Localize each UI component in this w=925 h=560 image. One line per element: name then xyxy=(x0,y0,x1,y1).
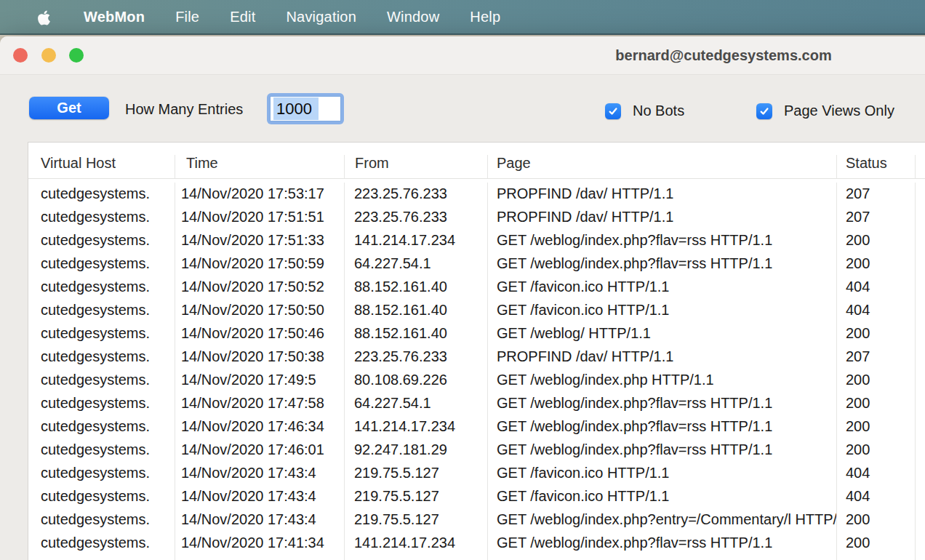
cell-status: 200 xyxy=(837,555,916,560)
cell-from: 64.227.54.1 xyxy=(345,252,488,276)
cell-virtual-host: cutedgesystems. xyxy=(28,532,175,555)
cell-from: 141.214.17.234 xyxy=(345,229,488,252)
table-row[interactable]: cutedgesystems.14/Nov/2020 17:51:51223.2… xyxy=(28,206,925,229)
column-header-virtual-host[interactable]: Virtual Host xyxy=(28,155,175,178)
cell-virtual-host: cutedgesystems. xyxy=(28,299,175,322)
cell-time: 14/Nov/2020 17:50:38 xyxy=(175,345,345,369)
table-row[interactable]: cutedgesystems.14/Nov/2020 17:53:17223.2… xyxy=(28,183,925,206)
cell-from: 64.227.54.1 xyxy=(345,392,488,415)
table-body: cutedgesystems.14/Nov/2020 17:53:17223.2… xyxy=(28,179,925,560)
no-bots-checkbox[interactable]: No Bots xyxy=(605,103,684,119)
cell-status: 404 xyxy=(837,276,916,299)
get-button[interactable]: Get xyxy=(29,97,109,119)
cell-page: GET /weblog/index.php?flav=rss HTTP/1.1 xyxy=(488,392,837,415)
title-bar: bernard@cutedgesystems.com xyxy=(0,36,925,75)
cell-status: 200 xyxy=(837,252,916,276)
cell-status: 207 xyxy=(837,183,916,206)
cell-from: 88.152.161.40 xyxy=(345,276,488,299)
page-views-only-checkbox[interactable]: Page Views Only xyxy=(756,103,894,119)
entries-input[interactable]: 1000 xyxy=(267,93,344,124)
table-row[interactable]: cutedgesystems.14/Nov/2020 17:50:4688.15… xyxy=(28,322,925,345)
cell-virtual-host: cutedgesystems. xyxy=(28,415,175,439)
cell-virtual-host: cutedgesystems. xyxy=(28,345,175,369)
table-row[interactable]: cutedgesystems.14/Nov/2020 17:50:38223.2… xyxy=(28,345,925,369)
table-row[interactable]: cutedgesystems.14/Nov/2020 17:43:4219.75… xyxy=(28,508,925,532)
cell-status: 207 xyxy=(837,206,916,229)
cell-page: GET /weblog/ HTTP/1.1 xyxy=(488,322,837,345)
webmon-window: bernard@cutedgesystems.com Get How Many … xyxy=(0,36,925,560)
cell-virtual-host: cutedgesystems. xyxy=(28,508,175,532)
cell-time: 14/Nov/2020 17:47:58 xyxy=(175,392,345,415)
cell-page: GET /favicon.ico HTTP/1.1 xyxy=(488,485,837,508)
cell-time: 14/Nov/2020 17:43:4 xyxy=(175,485,345,508)
cell-from: 219.75.5.127 xyxy=(345,508,488,532)
menu-item-edit[interactable]: Edit xyxy=(230,9,255,25)
cell-time: 14/Nov/2020 17:43:4 xyxy=(175,508,345,532)
column-header-page[interactable]: Page xyxy=(488,155,837,178)
cell-page: GET /weblog/ HTTP/1.1 xyxy=(488,555,837,560)
table-row[interactable]: cutedgesystems.14/Nov/2020 17:50:5288.15… xyxy=(28,276,925,299)
cell-from: 223.25.76.233 xyxy=(345,345,488,369)
table-row[interactable]: cutedgesystems.14/Nov/2020 17:50:5088.15… xyxy=(28,299,925,322)
cell-virtual-host: cutedgesystems. xyxy=(28,462,175,485)
table-row[interactable]: cutedgesystems.14/Nov/2020 17:46:34141.2… xyxy=(28,415,925,439)
cell-time: 14/Nov/2020 17:46:01 xyxy=(175,439,345,462)
cell-virtual-host: cutedgesystems. xyxy=(28,392,175,415)
cell-virtual-host: cutedgesystems. xyxy=(28,322,175,345)
cell-page: GET /favicon.ico HTTP/1.1 xyxy=(488,299,837,322)
table-row[interactable]: cutedgesystems.14/Nov/2020 17:49:580.108… xyxy=(28,369,925,392)
cell-time: 14/Nov/2020 17:50:46 xyxy=(175,322,345,345)
table-row[interactable]: cutedgesystems.14/Nov/2020 17:50:5964.22… xyxy=(28,252,925,276)
cell-from: 219.75.5.127 xyxy=(345,462,488,485)
menu-item-file[interactable]: File xyxy=(175,9,199,25)
cell-time: 14/Nov/2020 17:46:34 xyxy=(175,415,345,439)
cell-from: 219.75.5.127 xyxy=(345,485,488,508)
column-header-status[interactable]: Status xyxy=(837,155,916,178)
cell-status: 404 xyxy=(837,299,916,322)
menu-item-webmon[interactable]: WebMon xyxy=(84,9,145,25)
cell-status: 404 xyxy=(837,485,916,508)
cell-from: 141.214.17.234 xyxy=(345,532,488,555)
table-row[interactable]: cutedgesystems.14/Nov/2020 17:51:33141.2… xyxy=(28,229,925,252)
column-header-from[interactable]: From xyxy=(345,155,488,178)
cell-virtual-host: cutedgesystems. xyxy=(28,555,175,560)
cell-virtual-host: cutedgesystems. xyxy=(28,252,175,276)
entries-label: How Many Entries xyxy=(125,75,243,141)
cell-status: 200 xyxy=(837,392,916,415)
cell-from: 219.75.5.127 xyxy=(345,555,488,560)
menu-bar: WebMonFileEditNavigationWindowHelp xyxy=(0,0,925,35)
cell-time: 14/Nov/2020 17:50:59 xyxy=(175,252,345,276)
cell-time: 14/Nov/2020 17:50:50 xyxy=(175,299,345,322)
menu-item-help[interactable]: Help xyxy=(470,9,500,25)
menu-item-navigation[interactable]: Navigation xyxy=(286,9,356,25)
cell-status: 200 xyxy=(837,229,916,252)
entries-value-selected: 1000 xyxy=(273,97,319,120)
cell-page: GET /weblog/index.php HTTP/1.1 xyxy=(488,369,837,392)
table-row[interactable]: cutedgesystems.14/Nov/2020 17:43:4219.75… xyxy=(28,462,925,485)
cell-time: 14/Nov/2020 17:51:51 xyxy=(175,206,345,229)
cell-time: 14/Nov/2020 17:41:2 xyxy=(175,555,345,560)
menu-item-window[interactable]: Window xyxy=(387,9,439,25)
close-button[interactable] xyxy=(13,48,28,63)
apple-menu-icon[interactable] xyxy=(36,9,52,27)
menu-items: WebMonFileEditNavigationWindowHelp xyxy=(84,0,500,33)
table-row[interactable]: cutedgesystems.14/Nov/2020 17:47:5864.22… xyxy=(28,392,925,415)
zoom-button[interactable] xyxy=(69,48,84,63)
column-header-time[interactable]: Time xyxy=(175,155,345,178)
cell-page: GET /favicon.ico HTTP/1.1 xyxy=(488,276,837,299)
table-row[interactable]: cutedgesystems.14/Nov/2020 17:41:34141.2… xyxy=(28,532,925,555)
cell-page: GET /weblog/index.php?entry=/Commentary/… xyxy=(488,508,837,532)
cell-virtual-host: cutedgesystems. xyxy=(28,369,175,392)
cell-status: 200 xyxy=(837,508,916,532)
cell-virtual-host: cutedgesystems. xyxy=(28,206,175,229)
cell-time: 14/Nov/2020 17:43:4 xyxy=(175,462,345,485)
cell-time: 14/Nov/2020 17:53:17 xyxy=(175,183,345,206)
minimize-button[interactable] xyxy=(41,48,56,63)
table-row[interactable]: cutedgesystems.14/Nov/2020 17:43:4219.75… xyxy=(28,485,925,508)
table-row[interactable]: cutedgesystems.14/Nov/2020 17:46:0192.24… xyxy=(28,439,925,462)
toolbar: Get How Many Entries 1000 No Bots Page V… xyxy=(0,75,925,141)
table-row[interactable]: cutedgesystems.14/Nov/2020 17:41:2219.75… xyxy=(28,555,925,560)
cell-page: PROPFIND /dav/ HTTP/1.1 xyxy=(488,183,837,206)
cell-page: PROPFIND /dav/ HTTP/1.1 xyxy=(488,206,837,229)
cell-page: GET /weblog/index.php?flav=rss HTTP/1.1 xyxy=(488,415,837,439)
